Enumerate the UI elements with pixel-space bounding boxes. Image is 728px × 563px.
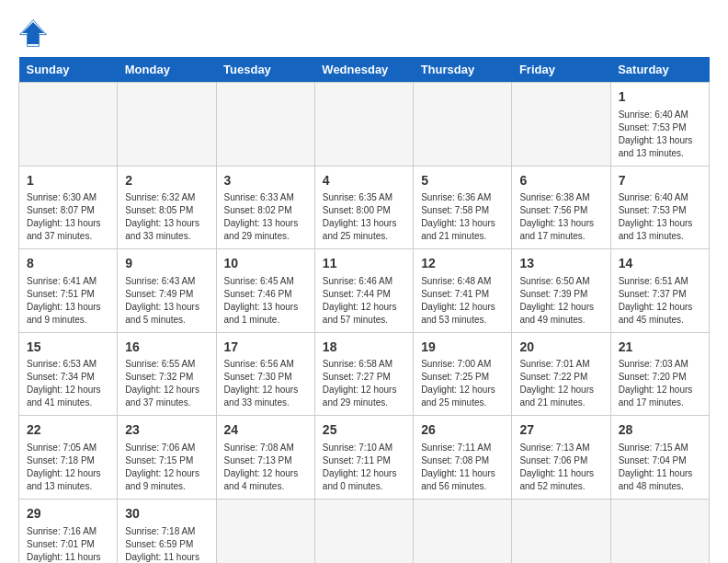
calendar-cell [216,83,314,167]
day-detail: Sunrise: 6:40 AM Sunset: 7:53 PM Dayligh… [619,191,701,243]
day-detail: Sunrise: 6:33 AM Sunset: 8:02 PM Dayligh… [224,191,307,243]
column-header-sunday: Sunday [19,57,118,83]
day-number: 17 [224,339,307,357]
day-detail: Sunrise: 7:15 AM Sunset: 7:04 PM Dayligh… [619,442,701,493]
day-number: 8 [27,255,109,273]
calendar-cell: 8Sunrise: 6:41 AM Sunset: 7:51 PM Daylig… [19,249,118,333]
day-detail: Sunrise: 6:43 AM Sunset: 7:49 PM Dayligh… [125,275,208,327]
day-detail: Sunrise: 6:38 AM Sunset: 7:56 PM Dayligh… [519,191,602,243]
day-detail: Sunrise: 6:41 AM Sunset: 7:51 PM Dayligh… [27,275,109,327]
day-number: 7 [619,172,701,190]
day-number: 9 [125,255,208,273]
column-header-saturday: Saturday [610,57,709,83]
day-number: 27 [519,421,602,440]
calendar-cell: 15Sunrise: 6:53 AM Sunset: 7:34 PM Dayli… [19,332,118,416]
day-detail: Sunrise: 6:32 AM Sunset: 8:05 PM Dayligh… [125,191,208,243]
calendar-cell: 4Sunrise: 6:35 AM Sunset: 8:00 PM Daylig… [314,166,413,249]
page-header [18,18,710,48]
day-detail: Sunrise: 7:06 AM Sunset: 7:15 PM Dayligh… [125,442,208,493]
day-number: 19 [421,339,504,357]
calendar-cell: 16Sunrise: 6:55 AM Sunset: 7:32 PM Dayli… [118,332,216,416]
day-number: 30 [125,505,208,523]
calendar-cell: 26Sunrise: 7:11 AM Sunset: 7:08 PM Dayli… [414,416,512,500]
column-header-wednesday: Wednesday [314,57,413,83]
day-number: 3 [224,172,307,190]
calendar-cell: 30Sunrise: 7:18 AM Sunset: 6:59 PM Dayli… [118,499,216,563]
calendar-cell: 7Sunrise: 6:40 AM Sunset: 7:53 PM Daylig… [610,166,709,249]
day-number: 20 [519,339,602,357]
calendar-cell: 5Sunrise: 6:36 AM Sunset: 7:58 PM Daylig… [414,166,512,249]
calendar-cell [512,499,610,563]
calendar-week-row: 8Sunrise: 6:41 AM Sunset: 7:51 PM Daylig… [19,249,710,333]
calendar-cell [512,83,610,167]
day-detail: Sunrise: 6:46 AM Sunset: 7:44 PM Dayligh… [323,275,405,327]
column-header-monday: Monday [118,57,216,83]
day-number: 23 [125,421,208,440]
day-detail: Sunrise: 6:45 AM Sunset: 7:46 PM Dayligh… [224,275,307,327]
calendar-cell [118,83,216,167]
calendar-cell: 14Sunrise: 6:51 AM Sunset: 7:37 PM Dayli… [610,249,709,333]
calendar-cell: 28Sunrise: 7:15 AM Sunset: 7:04 PM Dayli… [610,416,709,500]
calendar-cell [414,83,512,167]
calendar-cell: 6Sunrise: 6:38 AM Sunset: 7:56 PM Daylig… [512,166,610,249]
day-number: 11 [323,255,405,273]
day-number: 18 [323,339,405,357]
column-header-tuesday: Tuesday [216,57,314,83]
day-detail: Sunrise: 7:13 AM Sunset: 7:06 PM Dayligh… [519,442,602,493]
calendar-cell [19,83,118,167]
day-detail: Sunrise: 7:11 AM Sunset: 7:08 PM Dayligh… [421,442,504,493]
calendar-table: SundayMondayTuesdayWednesdayThursdayFrid… [18,57,710,563]
day-detail: Sunrise: 7:10 AM Sunset: 7:11 PM Dayligh… [323,442,405,493]
calendar-week-row: 22Sunrise: 7:05 AM Sunset: 7:18 PM Dayli… [19,416,710,500]
day-detail: Sunrise: 7:16 AM Sunset: 7:01 PM Dayligh… [27,525,109,563]
calendar-cell: 1Sunrise: 6:30 AM Sunset: 8:07 PM Daylig… [19,166,118,249]
calendar-week-row: 1Sunrise: 6:30 AM Sunset: 8:07 PM Daylig… [19,166,710,249]
calendar-cell [610,499,709,563]
day-number: 29 [27,505,109,523]
day-number: 12 [421,255,504,273]
calendar-cell: 24Sunrise: 7:08 AM Sunset: 7:13 PM Dayli… [216,416,314,500]
day-number: 21 [619,339,701,357]
day-detail: Sunrise: 6:35 AM Sunset: 8:00 PM Dayligh… [323,191,405,243]
day-detail: Sunrise: 6:58 AM Sunset: 7:27 PM Dayligh… [323,358,405,409]
day-number: 13 [519,255,602,273]
calendar-cell: 23Sunrise: 7:06 AM Sunset: 7:15 PM Dayli… [118,416,216,500]
calendar-header-row: SundayMondayTuesdayWednesdayThursdayFrid… [19,57,710,83]
calendar-cell: 22Sunrise: 7:05 AM Sunset: 7:18 PM Dayli… [19,416,118,500]
calendar-cell: 25Sunrise: 7:10 AM Sunset: 7:11 PM Dayli… [314,416,413,500]
day-number: 5 [421,172,504,190]
calendar-cell: 1Sunrise: 6:40 AM Sunset: 7:53 PM Daylig… [610,83,709,167]
day-detail: Sunrise: 6:53 AM Sunset: 7:34 PM Dayligh… [27,358,109,409]
day-detail: Sunrise: 6:51 AM Sunset: 7:37 PM Dayligh… [619,275,701,327]
day-detail: Sunrise: 6:56 AM Sunset: 7:30 PM Dayligh… [224,358,307,409]
day-detail: Sunrise: 7:18 AM Sunset: 6:59 PM Dayligh… [125,525,208,563]
day-detail: Sunrise: 6:30 AM Sunset: 8:07 PM Dayligh… [27,191,109,243]
logo-icon [18,18,48,48]
calendar-cell [314,499,413,563]
day-detail: Sunrise: 6:36 AM Sunset: 7:58 PM Dayligh… [421,191,504,243]
day-number: 24 [224,421,307,440]
column-header-friday: Friday [512,57,610,83]
day-detail: Sunrise: 7:01 AM Sunset: 7:22 PM Dayligh… [519,358,602,409]
day-detail: Sunrise: 7:00 AM Sunset: 7:25 PM Dayligh… [421,358,504,409]
calendar-week-row: 1Sunrise: 6:40 AM Sunset: 7:53 PM Daylig… [19,83,710,167]
calendar-cell: 10Sunrise: 6:45 AM Sunset: 7:46 PM Dayli… [216,249,314,333]
day-number: 28 [619,421,701,440]
day-number: 6 [519,172,602,190]
calendar-cell: 13Sunrise: 6:50 AM Sunset: 7:39 PM Dayli… [512,249,610,333]
calendar-cell: 12Sunrise: 6:48 AM Sunset: 7:41 PM Dayli… [414,249,512,333]
day-number: 1 [27,172,109,190]
calendar-week-row: 15Sunrise: 6:53 AM Sunset: 7:34 PM Dayli… [19,332,710,416]
day-number: 25 [323,421,405,440]
logo [18,18,51,48]
day-detail: Sunrise: 6:50 AM Sunset: 7:39 PM Dayligh… [519,275,602,327]
day-detail: Sunrise: 6:55 AM Sunset: 7:32 PM Dayligh… [125,358,208,409]
day-number: 2 [125,172,208,190]
calendar-cell: 2Sunrise: 6:32 AM Sunset: 8:05 PM Daylig… [118,166,216,249]
day-detail: Sunrise: 6:48 AM Sunset: 7:41 PM Dayligh… [421,275,504,327]
calendar-cell: 11Sunrise: 6:46 AM Sunset: 7:44 PM Dayli… [314,249,413,333]
day-number: 15 [27,339,109,357]
calendar-cell: 20Sunrise: 7:01 AM Sunset: 7:22 PM Dayli… [512,332,610,416]
calendar-cell [216,499,314,563]
day-number: 26 [421,421,504,440]
